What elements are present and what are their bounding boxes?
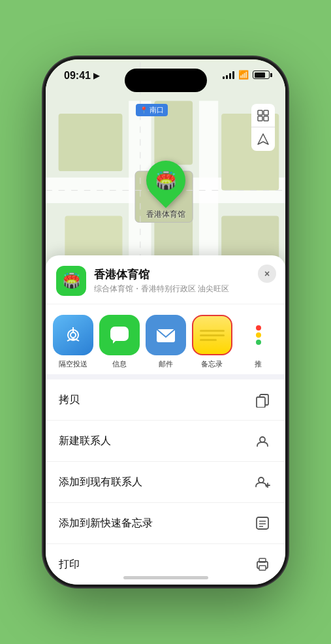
share-item-message[interactable]: 信息 xyxy=(97,315,141,369)
location-indicator: ▶ xyxy=(93,71,99,80)
print-icon xyxy=(253,555,272,574)
notes-lines xyxy=(200,327,225,344)
message-icon xyxy=(108,324,131,346)
action-item-new-contact[interactable]: 新建联系人 xyxy=(46,421,285,462)
status-icons: 📶 xyxy=(223,70,270,80)
more-label: 推 xyxy=(255,359,262,369)
bottom-sheet: 🏟️ 香港体育馆 综合体育馆・香港特别行政区 油尖旺区 × xyxy=(46,255,285,585)
map-controls[interactable] xyxy=(251,104,275,151)
wifi-icon: 📶 xyxy=(238,70,249,80)
svg-rect-18 xyxy=(264,116,268,121)
stadium-marker: 🏟️ 香港体育馆 xyxy=(146,161,185,220)
action-item-copy[interactable]: 拷贝 xyxy=(46,379,285,421)
airdrop-icon xyxy=(62,324,84,346)
marker-label: 香港体育馆 xyxy=(146,209,185,220)
new-contact-label: 新建联系人 xyxy=(59,434,253,448)
svg-marker-19 xyxy=(258,134,268,144)
quick-note-svg xyxy=(255,515,270,531)
copy-svg xyxy=(255,392,270,408)
add-contact-svg xyxy=(254,474,271,490)
svg-rect-23 xyxy=(110,327,129,341)
venue-subtitle: 综合体育馆・香港特别行政区 油尖旺区 xyxy=(94,283,275,295)
share-row: 隔空投送 信息 xyxy=(46,304,285,374)
marker-pin: 🏟️ xyxy=(138,153,193,208)
venue-header: 🏟️ 香港体育馆 综合体育馆・香港特别行政区 油尖旺区 × xyxy=(46,255,285,304)
action-list: 拷贝 新建联系人 xyxy=(46,374,285,585)
status-time: 09:41 ▶ xyxy=(64,70,99,82)
more-dots xyxy=(256,325,261,345)
svg-rect-4 xyxy=(59,114,123,171)
share-item-notes[interactable]: 备忘录 xyxy=(190,315,234,369)
message-icon-wrap xyxy=(99,315,140,355)
copy-label: 拷贝 xyxy=(59,393,253,407)
close-button[interactable]: × xyxy=(258,265,276,283)
more-icon-wrap xyxy=(238,315,279,355)
print-svg xyxy=(255,556,270,572)
add-contact-icon xyxy=(253,472,272,492)
map-location-label: 📍 南口 xyxy=(136,104,168,116)
dynamic-island xyxy=(125,69,207,92)
notes-label: 备忘录 xyxy=(201,359,223,369)
copy-icon xyxy=(253,390,272,410)
svg-rect-15 xyxy=(258,110,262,115)
phone-screen: 09:41 ▶ 📶 xyxy=(46,59,285,585)
message-label: 信息 xyxy=(112,359,127,369)
venue-avatar: 🏟️ xyxy=(56,266,86,296)
svg-rect-38 xyxy=(259,566,266,570)
location-arrow-button[interactable] xyxy=(251,127,275,151)
svg-rect-3 xyxy=(199,101,218,261)
add-contact-label: 添加到现有联系人 xyxy=(59,475,253,489)
venue-name: 香港体育馆 xyxy=(94,267,275,282)
map-icon xyxy=(257,109,270,122)
quick-note-label: 添加到新快速备忘录 xyxy=(59,517,253,530)
svg-rect-27 xyxy=(257,397,265,408)
battery-icon xyxy=(253,71,270,79)
mail-icon-wrap xyxy=(146,315,186,355)
location-label-text: 南口 xyxy=(150,106,164,114)
svg-rect-33 xyxy=(257,517,268,529)
airdrop-icon-wrap xyxy=(53,315,93,355)
new-contact-icon xyxy=(253,431,272,451)
print-label: 打印 xyxy=(59,558,253,572)
signal-icon xyxy=(223,71,234,79)
svg-rect-16 xyxy=(264,110,268,115)
action-item-quick-note[interactable]: 添加到新快速备忘录 xyxy=(46,503,285,544)
home-indicator xyxy=(123,576,208,579)
time-label: 09:41 xyxy=(64,70,91,82)
airdrop-label: 隔空投送 xyxy=(59,359,87,369)
svg-point-29 xyxy=(259,477,264,483)
action-item-add-contact[interactable]: 添加到现有联系人 xyxy=(46,462,285,503)
svg-rect-17 xyxy=(258,116,262,121)
share-item-mail[interactable]: 邮件 xyxy=(144,315,187,369)
new-contact-svg xyxy=(255,433,270,449)
phone-frame: 09:41 ▶ 📶 xyxy=(43,57,288,587)
share-item-more[interactable]: 推 xyxy=(236,315,280,369)
mail-label: 邮件 xyxy=(159,359,173,369)
mail-icon xyxy=(154,324,178,346)
stadium-icon: 🏟️ xyxy=(155,170,176,191)
svg-point-21 xyxy=(71,332,76,338)
share-item-airdrop[interactable]: 隔空投送 xyxy=(51,315,95,369)
quick-note-icon xyxy=(253,513,272,533)
svg-point-28 xyxy=(260,437,265,442)
notes-icon-wrap xyxy=(192,315,232,355)
venue-info: 香港体育馆 综合体育馆・香港特别行政区 油尖旺区 xyxy=(94,267,275,295)
map-view-button[interactable] xyxy=(251,104,275,127)
location-arrow-icon xyxy=(257,133,269,145)
